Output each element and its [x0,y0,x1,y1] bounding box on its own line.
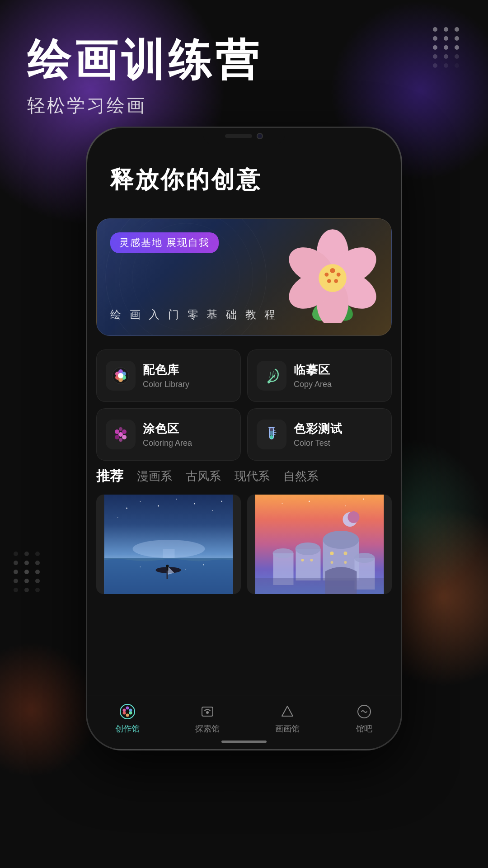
svg-point-31 [119,427,122,431]
svg-point-87 [126,714,129,717]
tab-ancient[interactable]: 古风系 [186,468,221,484]
svg-point-46 [194,503,195,505]
svg-point-16 [327,279,331,283]
svg-rect-81 [255,578,384,594]
svg-point-15 [337,273,341,277]
test-tube-icon [257,420,286,449]
svg-point-45 [176,499,177,500]
tab-nature[interactable]: 自然系 [283,468,319,484]
flower-decoration [283,223,382,323]
banner-card[interactable]: 灵感基地 展现自我 [96,218,392,336]
svg-point-75 [330,552,334,555]
svg-point-13 [330,268,335,273]
recommend-section: 推荐 漫画系 古风系 现代系 自然系 [96,467,392,594]
banner-tag: 灵感基地 展现自我 [110,232,219,253]
svg-point-79 [301,559,304,561]
svg-point-84 [126,707,129,710]
menu-cn-color-library: 配色库 [143,362,189,378]
svg-point-83 [122,709,126,712]
svg-point-72 [273,548,294,558]
svg-point-85 [129,709,132,712]
menu-item-color-library[interactable]: 配色库 Color Library [96,349,241,402]
menu-en-coloring-area: Coloring Area [143,439,192,448]
svg-point-80 [310,559,313,561]
nav-icon-explore [198,703,216,721]
svg-point-91 [206,711,209,714]
svg-point-28 [122,429,127,434]
svg-point-29 [115,435,119,439]
menu-cn-copy-area: 临摹区 [294,362,332,378]
app-title: 绘画训练营 [27,36,461,84]
svg-rect-36 [270,435,273,439]
nav-label-drawing: 画画馆 [275,723,300,734]
menu-item-coloring-area[interactable]: 涂色区 Coloring Area [96,408,241,461]
svg-point-76 [344,552,347,555]
nav-icon-drawing [278,703,296,721]
svg-point-78 [344,561,347,564]
phone-notch [203,128,285,144]
tab-modern[interactable]: 现代系 [235,468,270,484]
artwork-ocean[interactable] [96,495,241,594]
svg-point-44 [158,505,159,507]
menu-cn-color-test: 色彩测试 [294,421,343,437]
menu-grid: 配色库 Color Library [96,349,392,461]
nav-creation[interactable]: 创作馆 [115,703,140,734]
svg-point-26 [118,432,123,437]
phone-mockup: 释放你的创意 灵感基地 展现自我 [86,127,402,760]
dot-decoration-bottom [14,552,42,592]
svg-point-57 [140,566,141,567]
menu-en-copy-area: Copy Area [294,380,332,389]
svg-point-59 [203,564,204,566]
svg-point-86 [129,712,132,715]
feather-icon [257,361,286,391]
svg-point-66 [348,511,360,523]
menu-en-color-library: Color Library [143,380,189,389]
svg-point-74 [354,553,375,563]
nav-label-gallery-bar: 馆吧 [356,723,372,734]
svg-point-58 [185,569,186,570]
svg-rect-56 [167,567,169,571]
nav-drawing[interactable]: 画画馆 [275,703,300,734]
svg-point-43 [140,501,141,502]
nav-explore[interactable]: 探索馆 [195,703,220,734]
menu-en-color-test: Color Test [294,439,343,448]
svg-rect-34 [270,427,273,431]
svg-point-30 [122,435,127,439]
svg-point-27 [115,429,119,434]
menu-item-copy-area[interactable]: 临摹区 Copy Area [247,349,392,402]
nav-indicator [221,741,267,743]
nav-icon-creation [118,703,136,721]
svg-point-89 [126,710,129,713]
release-creativity-text: 释放你的创意 [110,164,262,196]
artwork-grid [96,495,392,594]
banner-description: 绘 画 入 门 零 基 础 教 程 [110,307,278,322]
svg-point-14 [324,273,328,277]
dot-decoration-top [433,27,461,68]
svg-point-49 [221,501,222,502]
nav-gallery-bar[interactable]: 馆吧 [355,703,373,734]
artwork-city[interactable] [247,495,392,594]
svg-rect-35 [270,431,273,435]
svg-point-48 [117,517,118,518]
svg-point-62 [309,501,310,502]
svg-point-63 [345,505,346,506]
menu-item-color-test[interactable]: 色彩测试 Color Test [247,408,392,461]
app-tagline: 轻松学习绘画 [27,93,461,118]
svg-point-61 [282,503,283,504]
tab-manga[interactable]: 漫画系 [137,468,172,484]
svg-point-47 [212,510,213,511]
svg-point-68 [323,531,359,549]
svg-point-25 [118,373,123,378]
svg-point-88 [122,712,126,715]
recommend-tabs: 推荐 漫画系 古风系 现代系 自然系 [96,467,392,486]
nav-icon-gallery-bar [355,703,373,721]
svg-point-70 [296,542,321,555]
nav-label-creation: 创作馆 [115,723,140,734]
svg-point-42 [126,508,127,509]
svg-point-32 [119,438,122,442]
svg-point-17 [334,279,338,283]
recommend-label: 推荐 [96,467,123,486]
dots-icon [106,420,136,449]
nav-label-explore: 探索馆 [195,723,220,734]
palette-icon [106,361,136,391]
